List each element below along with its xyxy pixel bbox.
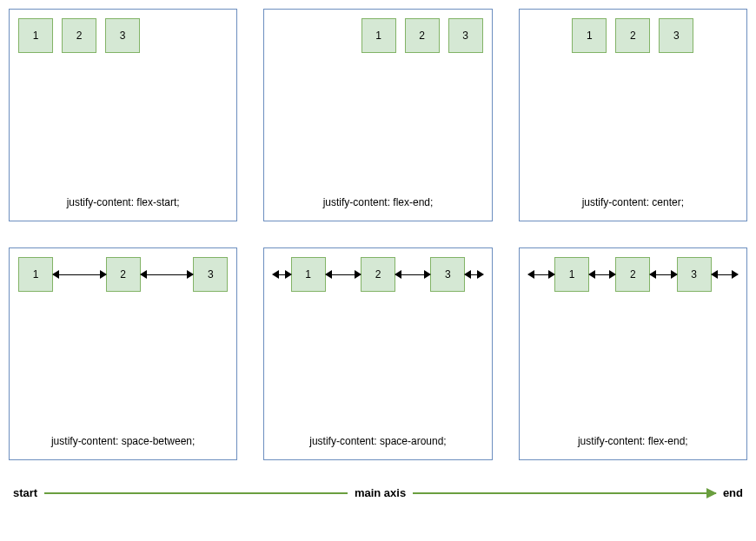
space-arrow-icon bbox=[395, 274, 430, 275]
flex-container: 1 2 3 bbox=[18, 257, 228, 292]
space-arrow-icon bbox=[650, 274, 676, 275]
panel-caption: justify-content: center; bbox=[520, 196, 746, 208]
space-arrow-icon bbox=[589, 274, 615, 275]
panel-flex-end: 1 2 3 justify-content: flex-end; bbox=[263, 9, 492, 221]
axis-start-label: start bbox=[13, 486, 37, 499]
flex-item: 1 bbox=[18, 257, 53, 292]
panel-space-around: 1 2 3 justify-content: space-around; bbox=[263, 247, 492, 460]
space-arrow-icon bbox=[53, 274, 106, 275]
flex-item: 3 bbox=[193, 257, 228, 292]
space-arrow-icon bbox=[712, 274, 738, 275]
axis-label: main axis bbox=[355, 486, 406, 499]
flex-item: 2 bbox=[405, 18, 440, 53]
flex-item: 3 bbox=[430, 257, 465, 292]
flex-container: 1 2 3 bbox=[528, 257, 738, 292]
panel-space-between: 1 2 3 justify-content: space-between; bbox=[9, 247, 237, 460]
flex-item: 2 bbox=[106, 257, 141, 292]
flex-item: 2 bbox=[615, 257, 650, 292]
flex-item: 2 bbox=[615, 18, 650, 53]
axis-end-label: end bbox=[723, 486, 743, 499]
panel-caption: justify-content: space-between; bbox=[10, 435, 236, 447]
flex-item: 2 bbox=[361, 257, 395, 292]
panel-space-evenly: 1 2 3 justify-content: flex-end; bbox=[519, 247, 747, 460]
flex-item: 1 bbox=[291, 257, 326, 292]
space-arrow-icon bbox=[465, 274, 482, 275]
panel-caption: justify-content: space-around; bbox=[264, 435, 491, 447]
flex-item: 2 bbox=[62, 18, 96, 53]
flex-item: 3 bbox=[677, 257, 712, 292]
space-arrow-icon bbox=[528, 274, 554, 275]
space-arrow-icon bbox=[326, 274, 361, 275]
flex-item: 1 bbox=[18, 18, 53, 53]
panel-caption: justify-content: flex-end; bbox=[520, 435, 746, 447]
flex-item: 3 bbox=[448, 18, 483, 53]
flex-item: 3 bbox=[105, 18, 140, 53]
main-axis-indicator: start main axis end bbox=[9, 486, 747, 499]
flex-container: 1 2 3 bbox=[273, 257, 482, 292]
panel-center: 1 2 3 justify-content: center; bbox=[519, 9, 747, 221]
panel-caption: justify-content: flex-start; bbox=[10, 196, 236, 208]
axis-arrow-icon bbox=[413, 492, 716, 494]
axis-line-icon bbox=[44, 492, 348, 494]
flex-container: 1 2 3 bbox=[528, 18, 738, 53]
space-arrow-icon bbox=[141, 274, 194, 275]
flex-item: 1 bbox=[572, 18, 607, 53]
diagram-grid: 1 2 3 justify-content: flex-start; 1 2 3… bbox=[9, 9, 747, 460]
flex-item: 1 bbox=[361, 18, 396, 53]
flex-item: 3 bbox=[659, 18, 693, 53]
panel-flex-start: 1 2 3 justify-content: flex-start; bbox=[9, 9, 237, 221]
panel-caption: justify-content: flex-end; bbox=[264, 196, 491, 208]
flex-item: 1 bbox=[554, 257, 589, 292]
flex-container: 1 2 3 bbox=[273, 18, 482, 53]
space-arrow-icon bbox=[273, 274, 290, 275]
flex-container: 1 2 3 bbox=[18, 18, 228, 53]
